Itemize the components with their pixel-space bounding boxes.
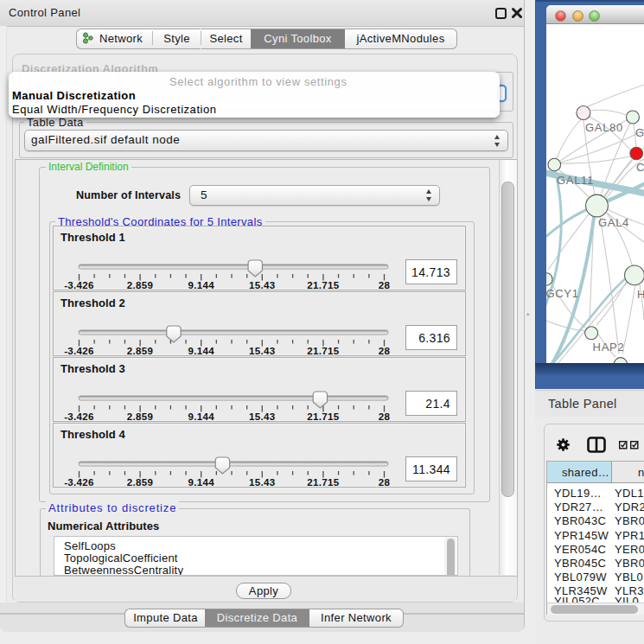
svg-text:28: 28 bbox=[379, 346, 391, 355]
svg-text:15.43: 15.43 bbox=[249, 346, 276, 355]
svg-text:GAL4: GAL4 bbox=[598, 216, 629, 229]
svg-text:-3.426: -3.426 bbox=[64, 280, 94, 290]
svg-text:21.715: 21.715 bbox=[307, 346, 340, 355]
svg-text:GAL4: GAL4 bbox=[635, 126, 644, 139]
svg-text:GCY1: GCY1 bbox=[546, 287, 579, 300]
svg-text:2.859: 2.859 bbox=[127, 411, 154, 421]
svg-text:28: 28 bbox=[379, 280, 391, 290]
svg-text:2.859: 2.859 bbox=[127, 346, 154, 355]
svg-text:-3.426: -3.426 bbox=[64, 477, 94, 487]
svg-text:HA: HA bbox=[637, 288, 644, 301]
svg-text:-3.426: -3.426 bbox=[64, 411, 94, 421]
svg-text:9.144: 9.144 bbox=[188, 411, 214, 421]
svg-text:9.144: 9.144 bbox=[188, 477, 214, 487]
svg-text:CY: CY bbox=[636, 161, 644, 174]
svg-text:28: 28 bbox=[379, 477, 391, 487]
svg-text:GAL80: GAL80 bbox=[585, 121, 623, 134]
svg-text:21.715: 21.715 bbox=[307, 280, 340, 290]
svg-text:2.859: 2.859 bbox=[127, 477, 154, 487]
svg-text:28: 28 bbox=[379, 411, 391, 421]
svg-text:-3.426: -3.426 bbox=[64, 346, 94, 355]
svg-text:21.715: 21.715 bbox=[307, 411, 340, 421]
svg-text:21.715: 21.715 bbox=[307, 477, 340, 487]
svg-text:15.43: 15.43 bbox=[249, 411, 276, 421]
svg-text:15.43: 15.43 bbox=[249, 477, 276, 487]
svg-text:15.43: 15.43 bbox=[249, 280, 276, 290]
svg-text:HAP2: HAP2 bbox=[593, 341, 625, 354]
svg-text:GAL11: GAL11 bbox=[557, 174, 594, 187]
svg-text:2.859: 2.859 bbox=[127, 280, 154, 290]
svg-text:9.144: 9.144 bbox=[188, 280, 214, 290]
svg-text:9.144: 9.144 bbox=[188, 346, 214, 355]
